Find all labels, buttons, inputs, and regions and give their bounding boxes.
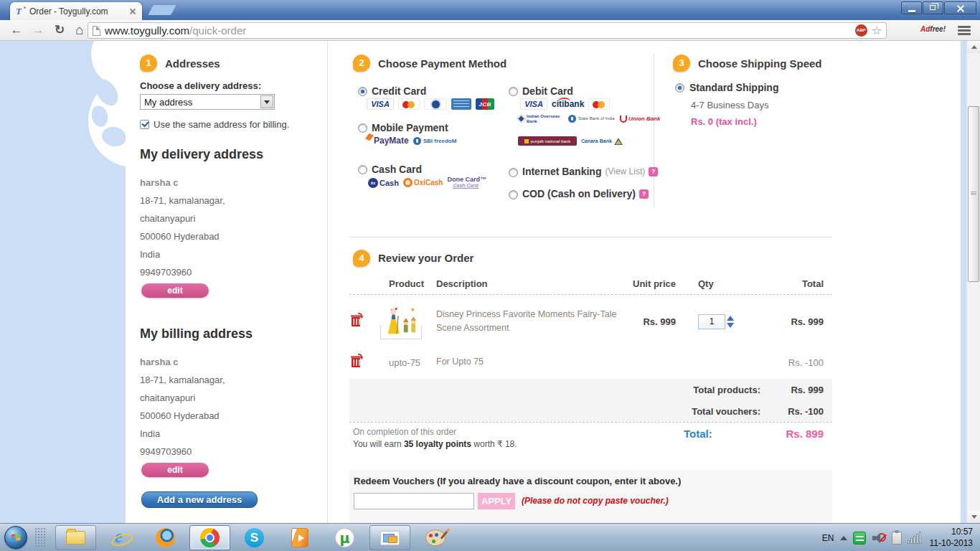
taskbar-internet-explorer[interactable] xyxy=(100,525,141,550)
back-button[interactable] xyxy=(7,22,26,39)
col-product: Product xyxy=(371,278,425,289)
visa-logo: VISA xyxy=(520,98,547,110)
taskbar-utorrent[interactable] xyxy=(324,525,365,550)
mail-icon xyxy=(380,531,400,545)
scroll-up-icon[interactable] xyxy=(968,41,980,53)
mobile-payment-label[interactable]: Mobile Payment xyxy=(372,122,448,133)
apply-voucher-button[interactable]: APPLY xyxy=(478,493,515,509)
cod-row: COD (Cash on Delivery) ? xyxy=(522,188,649,199)
close-button[interactable] xyxy=(944,1,976,14)
browser-tab[interactable]: Order - Toygully.com xyxy=(10,2,142,20)
delivery-address-select[interactable]: My address xyxy=(140,94,275,110)
same-billing-checkbox[interactable] xyxy=(140,120,149,129)
credit-card-label[interactable]: Credit Card xyxy=(372,85,426,97)
standard-shipping-radio[interactable] xyxy=(675,83,684,93)
qty-increase-icon[interactable] xyxy=(727,316,734,321)
qty-decrease-icon[interactable] xyxy=(727,323,734,328)
select-dropdown-icon[interactable] xyxy=(260,95,273,108)
loyalty-line2: You will earn 35 loyalty points worth ₹ … xyxy=(353,439,517,449)
credit-card-radio[interactable] xyxy=(358,87,367,96)
order-table-header: Product Description Unit price Qty Total xyxy=(349,278,832,289)
cod-label[interactable]: COD (Cash on Delivery) xyxy=(522,188,636,199)
shipping-title: Choose Shipping Speed xyxy=(698,57,822,70)
view-list-link[interactable]: (View List) xyxy=(605,166,645,176)
total-products-value: Rs. 999 xyxy=(760,385,832,395)
payment-shipping-divider xyxy=(654,54,654,208)
dashed-divider xyxy=(349,422,832,423)
new-tab-button[interactable] xyxy=(148,5,176,15)
cash-card-label[interactable]: Cash Card xyxy=(372,164,422,175)
page-icon xyxy=(93,26,100,36)
section-divider xyxy=(349,237,832,237)
delete-item-icon[interactable] xyxy=(349,312,364,328)
payment-title: Choose Payment Method xyxy=(378,57,507,70)
scrollbar[interactable] xyxy=(966,41,980,523)
help-icon[interactable]: ? xyxy=(649,167,658,176)
volume-muted-icon[interactable] xyxy=(872,532,886,545)
minimize-button[interactable] xyxy=(901,1,922,14)
row-total: Rs. 999 xyxy=(751,316,832,327)
address-line: India xyxy=(140,249,160,260)
hidden-icons-chevron[interactable] xyxy=(840,536,847,540)
step-badge-3: 3 xyxy=(673,55,690,72)
step-badge-1: 1 xyxy=(140,55,157,72)
credit-card-logos: VISA JCB xyxy=(367,98,494,110)
taskbar-media-player[interactable] xyxy=(279,525,320,550)
taskbar-explorer[interactable] xyxy=(55,525,96,550)
start-button[interactable] xyxy=(4,526,27,549)
edit-delivery-button[interactable]: edit xyxy=(141,283,209,298)
step-badge-4: 4 xyxy=(353,250,370,267)
forward-button[interactable] xyxy=(29,22,47,39)
scroll-down-icon[interactable] xyxy=(968,511,980,523)
delete-item-icon[interactable] xyxy=(349,353,364,369)
grand-total-value: Rs. 899 xyxy=(786,428,824,440)
taskbar-chrome[interactable] xyxy=(189,525,230,550)
address-line: 500060 Hyderabad xyxy=(140,410,220,421)
address-bar[interactable]: www.toygully.com/quick-order ABP xyxy=(88,22,887,39)
loyalty-points: 35 loyalty points xyxy=(404,439,471,449)
cod-radio[interactable] xyxy=(509,190,518,199)
home-button[interactable] xyxy=(70,22,89,39)
chrome-menu-icon[interactable] xyxy=(957,24,971,37)
total-vouchers-row: Total vouchers: Rs. -100 xyxy=(349,406,832,417)
mobile-payment-radio[interactable] xyxy=(358,123,367,133)
debit-logos-row3: punjab national bank Canara Bank xyxy=(518,136,623,146)
debit-card-label[interactable]: Debit Card xyxy=(522,85,573,97)
internet-banking-label[interactable]: Internet Banking xyxy=(522,166,601,177)
address-line: 500060 Hyderabad xyxy=(140,231,220,242)
cash-card-radio[interactable] xyxy=(358,165,367,174)
address-line: chaitanyapuri xyxy=(140,213,195,224)
standard-shipping-label[interactable]: Standard Shipping xyxy=(689,82,778,93)
redeem-voucher-panel: Redeem Vouchers (If you already have a d… xyxy=(349,470,832,523)
debit-card-radio[interactable] xyxy=(509,87,518,96)
tray-device-icon[interactable] xyxy=(892,532,902,545)
bookmark-star-icon[interactable] xyxy=(872,24,882,37)
reload-button[interactable] xyxy=(50,22,69,39)
add-address-button[interactable]: Add a new address xyxy=(141,491,258,508)
internet-banking-radio[interactable] xyxy=(509,168,518,177)
taskbar-skype[interactable] xyxy=(234,525,275,550)
taskbar-grip xyxy=(34,527,46,548)
scrollbar-thumb[interactable] xyxy=(968,106,979,282)
canara-bank-logo: Canara Bank xyxy=(581,138,623,145)
tab-close-icon[interactable] xyxy=(129,8,136,15)
clock[interactable]: 10:5711-10-2013 xyxy=(930,527,974,549)
adfree-extension-icon[interactable]: Adfree! xyxy=(920,25,946,33)
quantity-input[interactable] xyxy=(698,314,725,329)
restore-button[interactable] xyxy=(923,1,943,14)
network-signal-icon[interactable] xyxy=(908,532,921,544)
language-indicator[interactable]: EN xyxy=(822,533,834,543)
taskbar-mail[interactable] xyxy=(369,525,410,550)
adblock-icon[interactable]: ABP xyxy=(855,24,867,37)
minimize-icon xyxy=(908,10,915,12)
taskbar-paint[interactable] xyxy=(415,525,456,550)
taskbar-firefox[interactable] xyxy=(145,525,186,550)
page-background: 1 Addresses Choose a delivery address: M… xyxy=(0,41,966,523)
edit-billing-button[interactable]: edit xyxy=(141,463,209,477)
order-row-product: Disney Princess Favorite Moments Fairy-T… xyxy=(349,298,832,344)
sbi-freedom-logo: SBI freedoM xyxy=(413,137,457,145)
close-icon xyxy=(957,5,964,12)
tray-app-icon[interactable] xyxy=(853,532,866,545)
voucher-code-input[interactable] xyxy=(354,493,474,509)
help-icon[interactable]: ? xyxy=(639,189,649,199)
